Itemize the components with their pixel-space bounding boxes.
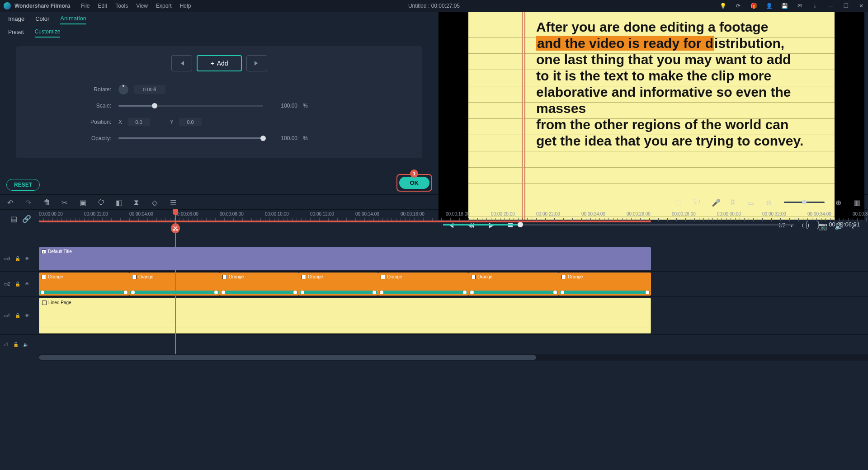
playhead[interactable]: [175, 210, 176, 354]
preview-viewport[interactable]: After you are done editing a footageand …: [439, 12, 864, 220]
clip-orange[interactable]: Orange: [39, 273, 129, 296]
menu-tools[interactable]: Tools: [115, 3, 128, 9]
color-icon[interactable]: ◧: [116, 198, 123, 206]
menu-file[interactable]: File: [81, 3, 90, 9]
preview-text-line: and the video is ready for distribution,: [536, 35, 835, 52]
tab-color[interactable]: Color: [35, 14, 49, 24]
ruler-label: 00:00:00:00: [39, 212, 63, 216]
lock-icon[interactable]: 🔓: [13, 342, 19, 348]
delete-icon[interactable]: 🗑: [43, 198, 51, 206]
pos-y-input[interactable]: 0.0: [179, 118, 202, 126]
tab-image[interactable]: Image: [8, 14, 24, 24]
mixer-icon[interactable]: 🎛: [730, 198, 737, 206]
refresh-icon[interactable]: ⟳: [735, 3, 741, 9]
clip-title[interactable]: TDefault Title: [39, 247, 651, 270]
scale-value[interactable]: 100.00: [269, 103, 297, 109]
opacity-pct: %: [303, 135, 308, 141]
rotate-knob[interactable]: [118, 85, 128, 94]
app-logo-icon: [4, 2, 11, 9]
scissors-icon[interactable]: [171, 223, 180, 233]
lock-icon[interactable]: 🔓: [15, 282, 20, 287]
inspector-tabs: ImageColorAnimation: [0, 12, 439, 25]
track-row: ▭3🔓👁TDefault Title: [0, 246, 868, 271]
time-ruler[interactable]: 00:00:00:0000:00:02:0000:00:04:0000:00:0…: [39, 210, 868, 226]
download-icon[interactable]: ⭳: [812, 3, 818, 9]
timeline-scrollbar[interactable]: [0, 354, 868, 361]
opacity-slider[interactable]: [118, 137, 263, 139]
zoom-in-icon[interactable]: ⊕: [835, 198, 843, 206]
clip-orange[interactable]: Orange: [378, 273, 468, 296]
track-manage-icon[interactable]: ▤: [10, 215, 17, 221]
voiceover-icon[interactable]: 🎤: [712, 198, 719, 206]
position-label: Position:: [28, 119, 118, 125]
menu-edit[interactable]: Edit: [98, 3, 107, 9]
link-icon[interactable]: 🔗: [22, 215, 28, 221]
preview-text-line: to it is the text to make the clip more: [536, 68, 835, 84]
ruler-label: 00:00:18:00: [446, 212, 470, 216]
timeline: ▤ 🔗 00:00:00:0000:00:02:0000:00:04:0000:…: [0, 210, 868, 361]
record-icon[interactable]: ▭: [748, 198, 755, 206]
tab-animation[interactable]: Animation: [60, 13, 86, 24]
menu-view[interactable]: View: [136, 3, 148, 9]
pos-x-input[interactable]: 0.0: [127, 118, 150, 126]
lock-icon[interactable]: 🔓: [15, 256, 20, 262]
tab-customize[interactable]: Customize: [35, 27, 61, 38]
gift-icon[interactable]: 🎁: [750, 3, 757, 9]
speed-icon[interactable]: ⏱: [98, 198, 105, 206]
zoom-out-icon[interactable]: ⊖: [766, 198, 773, 206]
clip-orange[interactable]: Orange: [468, 273, 559, 296]
add-keyframe-button[interactable]: +Add: [197, 55, 242, 71]
marker-icon[interactable]: 🛡: [693, 198, 701, 206]
clip-orange[interactable]: Orange: [299, 273, 378, 296]
scale-slider[interactable]: [118, 105, 263, 107]
next-keyframe-button[interactable]: [246, 55, 267, 71]
mute-icon[interactable]: 🔈: [23, 342, 28, 348]
maximize-icon[interactable]: ❐: [843, 3, 849, 9]
ruler-label: 00:00:26:00: [627, 212, 651, 216]
menu-help[interactable]: Help: [180, 3, 191, 9]
add-label: Add: [217, 60, 228, 67]
split-icon[interactable]: ✂: [61, 198, 69, 206]
prev-keyframe-button[interactable]: [171, 55, 192, 71]
pos-y-label: Y: [170, 119, 174, 125]
rotate-input[interactable]: 0.00iå: [134, 85, 165, 94]
mail-icon[interactable]: ✉: [797, 3, 803, 9]
redo-icon[interactable]: ↷: [25, 198, 33, 206]
opacity-value[interactable]: 100.00: [269, 135, 297, 141]
tab-preset[interactable]: Preset: [8, 27, 24, 37]
undo-icon[interactable]: ↶: [7, 198, 14, 206]
rotate-label: Rotate:: [28, 86, 118, 93]
document-title: Untitled : 00:00:27:05: [408, 3, 460, 9]
callout-badge: 1: [410, 169, 418, 178]
clip-lined[interactable]: Lined Page: [39, 298, 651, 334]
lock-icon[interactable]: 🔓: [15, 313, 20, 319]
visibility-icon[interactable]: 👁: [25, 256, 30, 262]
clip-orange[interactable]: Orange: [220, 273, 299, 296]
preview-text-line: get the idea that you are trying to conv…: [536, 133, 835, 149]
user-icon[interactable]: 👤: [766, 3, 772, 9]
ruler-label: 00:00:02:00: [84, 212, 108, 216]
tips-icon[interactable]: 💡: [720, 3, 726, 9]
adjust-icon[interactable]: ☰: [170, 198, 177, 206]
minimize-icon[interactable]: —: [827, 3, 834, 9]
save-icon[interactable]: 💾: [781, 3, 788, 9]
render-icon[interactable]: ◌: [675, 198, 683, 206]
crop-icon[interactable]: ▣: [80, 198, 87, 206]
visibility-icon[interactable]: 👁: [25, 313, 30, 319]
reset-button[interactable]: RESET: [6, 179, 40, 191]
ruler-label: 00:00:08:00: [220, 212, 244, 216]
clip-orange[interactable]: Orange: [559, 273, 651, 296]
clip-orange[interactable]: Orange: [129, 273, 220, 296]
close-icon[interactable]: ✕: [858, 3, 864, 9]
track-type-icon: ▭1: [4, 313, 10, 318]
zoom-fit-icon[interactable]: ▥: [854, 198, 861, 206]
ruler-label: 00:00:30:00: [717, 212, 741, 216]
menu-export[interactable]: Export: [156, 3, 172, 9]
titlebar-right: 💡 ⟳ 🎁 👤 💾 ✉ ⭳ — ❐ ✕: [720, 3, 864, 9]
inspector-subtabs: PresetCustomize: [0, 25, 439, 39]
duration-icon[interactable]: ⧗: [134, 198, 141, 206]
keyframe-icon[interactable]: ◇: [152, 198, 159, 206]
zoom-slider[interactable]: [784, 202, 825, 203]
visibility-icon[interactable]: 👁: [25, 282, 30, 287]
ok-button[interactable]: OK: [399, 177, 430, 189]
